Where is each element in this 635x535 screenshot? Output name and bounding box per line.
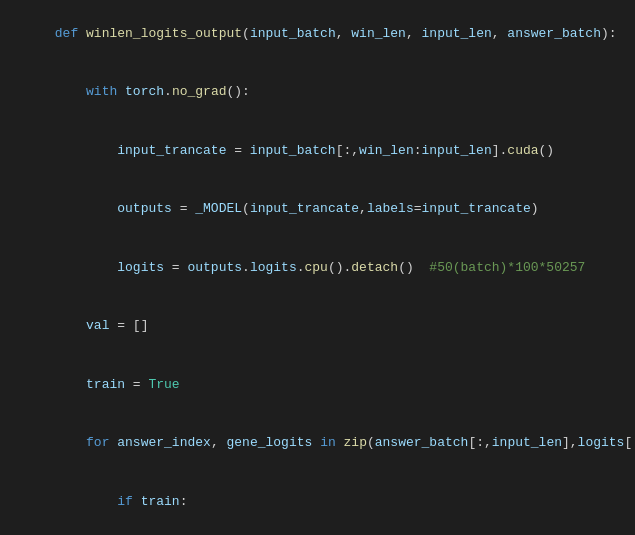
code-line-6: val = [] [0, 297, 635, 356]
code-line-8: for answer_index, gene_logits in zip(ans… [0, 414, 635, 473]
code-line-5: logits = outputs.logits.cpu().detach() #… [0, 238, 635, 297]
code-line-3: input_trancate = input_batch[:,win_len:i… [0, 121, 635, 180]
code-line-7: train = True [0, 355, 635, 414]
code-line-1: def winlen_logits_output(input_batch, wi… [0, 4, 635, 63]
code-editor: def winlen_logits_output(input_batch, wi… [0, 0, 635, 535]
code-line-10: index_gene = gene_logits.numpy().argmax(… [0, 531, 635, 536]
code-line-4: outputs = _MODEL(input_trancate,labels=i… [0, 180, 635, 239]
code-line-9: if train: [0, 472, 635, 531]
code-line-2: with torch.no_grad(): [0, 63, 635, 122]
